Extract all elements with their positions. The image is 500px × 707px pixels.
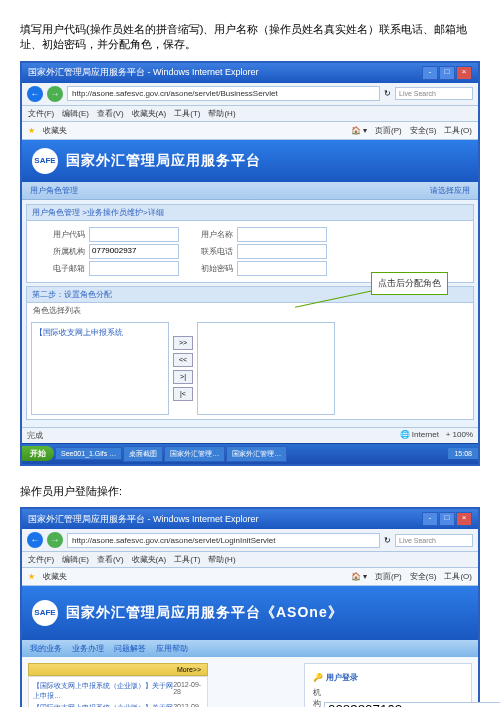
window-controls: - □ × (422, 512, 472, 526)
favorites-bar: ★ 收藏夹 🏠 ▾ 页面(P) 安全(S) 工具(O) (22, 122, 478, 140)
refresh-icon[interactable]: ↻ (384, 536, 391, 545)
search-input[interactable]: Live Search (395, 87, 473, 100)
forward-icon[interactable]: → (47, 532, 63, 548)
menu-file[interactable]: 文件(F) (28, 554, 54, 565)
refresh-icon[interactable]: ↻ (384, 89, 391, 98)
tab-help[interactable]: 应用帮助 (156, 643, 188, 654)
favorites-icon[interactable]: ★ (28, 572, 35, 581)
ie-window-1: 国家外汇管理局应用服务平台 - Windows Internet Explore… (20, 61, 480, 466)
login-column: 🔑用户登录 机构代码 用户代码 用户密码●●●●●●●● 登录 系统公告 (214, 657, 478, 707)
menu-fav[interactable]: 收藏夹(A) (132, 108, 167, 119)
url-input[interactable]: http://asone.safesvc.gov.cn/asone/servle… (67, 86, 380, 101)
subheader: 用户角色管理 请选择应用 (22, 182, 478, 200)
login-box: 🔑用户登录 机构代码 用户代码 用户密码●●●●●●●● 登录 (304, 663, 472, 707)
menu-view[interactable]: 查看(V) (97, 108, 124, 119)
favorites-icon[interactable]: ★ (28, 126, 35, 135)
taskbar-item[interactable]: 国家外汇管理… (164, 446, 225, 462)
email-label: 电子邮箱 (35, 263, 85, 274)
window-title: 国家外汇管理局应用服务平台 - Windows Internet Explore… (28, 513, 259, 526)
news-column: More>> 【国际收支网上申报系统（企业版）】关于网上申报…2012-09-2… (22, 657, 214, 707)
tools-btn[interactable]: 工具(O) (444, 125, 472, 136)
user-code-input[interactable] (89, 227, 179, 242)
back-icon[interactable]: ← (27, 532, 43, 548)
taskbar: 开始 See001_1.Gifs … 桌面截图 国家外汇管理… 国家外汇管理… … (22, 443, 478, 464)
safety-btn[interactable]: 安全(S) (410, 125, 437, 136)
menu-tools[interactable]: 工具(T) (174, 108, 200, 119)
start-button[interactable]: 开始 (22, 446, 54, 461)
move-all-left-button[interactable]: |< (173, 387, 193, 401)
back-icon[interactable]: ← (27, 86, 43, 102)
phone-label: 联系电话 (183, 246, 233, 257)
titlebar: 国家外汇管理局应用服务平台 - Windows Internet Explore… (22, 509, 478, 529)
assigned-roles[interactable] (197, 322, 335, 415)
nav-tab[interactable]: 用户角色管理 (30, 185, 78, 196)
favorites-label[interactable]: 收藏夹 (43, 571, 67, 582)
phone-input[interactable] (237, 244, 327, 259)
taskbar-item[interactable]: See001_1.Gifs … (55, 447, 122, 460)
favorites-label[interactable]: 收藏夹 (43, 125, 67, 136)
role-panel: 第二步：设置角色分配 角色选择列表 【国际收支网上申报系统 >> << >| |… (26, 286, 474, 420)
content-area: 用户角色管理 >业务操作员维护>详细 用户代码 用户名称 所属机构 077900… (22, 200, 478, 427)
user-code-label: 用户代码 (35, 229, 85, 240)
page-btn[interactable]: 页面(P) (375, 125, 402, 136)
menu-edit[interactable]: 编辑(E) (62, 108, 89, 119)
address-bar: ← → http://asone.safesvc.gov.cn/asone/se… (22, 529, 478, 552)
safe-logo: SAFE (32, 148, 58, 174)
banner-title: 国家外汇管理局应用服务平台《ASOne》 (66, 604, 343, 622)
org-value: 0779002937 (89, 244, 179, 259)
page-btn[interactable]: 页面(P) (375, 571, 402, 582)
move-all-right-button[interactable]: >| (173, 370, 193, 384)
role-move-buttons: >> << >| |< (173, 322, 193, 415)
news-more-link[interactable]: More>> (177, 666, 201, 673)
tools-btn[interactable]: 工具(O) (444, 571, 472, 582)
menu-tools[interactable]: 工具(T) (174, 554, 200, 565)
menu-edit[interactable]: 编辑(E) (62, 554, 89, 565)
menu-view[interactable]: 查看(V) (97, 554, 124, 565)
tab-my-business[interactable]: 我的业务 (30, 643, 62, 654)
news-item[interactable]: 【国际收支网上申报系统（企业版）】关于网上申报…2012-09-28 (33, 680, 203, 702)
home-btn[interactable]: 🏠 ▾ (351, 126, 367, 135)
menu-help[interactable]: 帮助(H) (208, 554, 235, 565)
status-zone: Internet (412, 430, 439, 439)
globe-icon: 🌐 (400, 430, 410, 439)
taskbar-item[interactable]: 桌面截图 (123, 446, 163, 462)
menu-file[interactable]: 文件(F) (28, 108, 54, 119)
login-org-input[interactable] (324, 702, 500, 707)
menu-help[interactable]: 帮助(H) (208, 108, 235, 119)
available-roles[interactable]: 【国际收支网上申报系统 (31, 322, 169, 415)
forward-icon[interactable]: → (47, 86, 63, 102)
maximize-button[interactable]: □ (439, 512, 455, 526)
minimize-button[interactable]: - (422, 512, 438, 526)
tab-process[interactable]: 业务办理 (72, 643, 104, 654)
window-title: 国家外汇管理局应用服务平台 - Windows Internet Explore… (28, 66, 259, 79)
home-btn[interactable]: 🏠 ▾ (351, 572, 367, 581)
address-bar: ← → http://asone.safesvc.gov.cn/asone/se… (22, 83, 478, 106)
close-button[interactable]: × (456, 512, 472, 526)
status-bar: 完成 🌐 Internet + 100% (22, 427, 478, 443)
tab-faq[interactable]: 问题解答 (114, 643, 146, 654)
safety-btn[interactable]: 安全(S) (410, 571, 437, 582)
move-left-button[interactable]: << (173, 353, 193, 367)
user-name-input[interactable] (237, 227, 327, 242)
move-right-button[interactable]: >> (173, 336, 193, 350)
taskbar-item[interactable]: 国家外汇管理… (226, 446, 287, 462)
news-list: 【国际收支网上申报系统（企业版）】关于网上申报…2012-09-28 【国际收支… (28, 676, 208, 707)
menu-fav[interactable]: 收藏夹(A) (132, 554, 167, 565)
email-input[interactable] (89, 261, 179, 276)
url-input[interactable]: http://asone.safesvc.gov.cn/asone/servle… (67, 533, 380, 548)
search-input[interactable]: Live Search (395, 534, 473, 547)
maximize-button[interactable]: □ (439, 66, 455, 80)
close-button[interactable]: × (456, 66, 472, 80)
breadcrumb: 请选择应用 (430, 185, 470, 196)
menu-bar: 文件(F) 编辑(E) 查看(V) 收藏夹(A) 工具(T) 帮助(H) (22, 106, 478, 122)
news-item[interactable]: 【国际收支网上申报系统（企业版）】关于网上申报…2012-09-28 (33, 702, 203, 707)
role-assign-area: 【国际收支网上申报系统 >> << >| |< (27, 318, 473, 419)
system-tray[interactable]: 15:08 (448, 448, 478, 459)
ie-window-2: 国家外汇管理局应用服务平台 - Windows Internet Explore… (20, 507, 480, 707)
status-zoom[interactable]: + 100% (446, 430, 473, 439)
role-item[interactable]: 【国际收支网上申报系统 (35, 326, 165, 339)
menu-bar: 文件(F) 编辑(E) 查看(V) 收藏夹(A) 工具(T) 帮助(H) (22, 552, 478, 568)
minimize-button[interactable]: - (422, 66, 438, 80)
pwd-input[interactable] (237, 261, 327, 276)
news-title (35, 666, 37, 673)
